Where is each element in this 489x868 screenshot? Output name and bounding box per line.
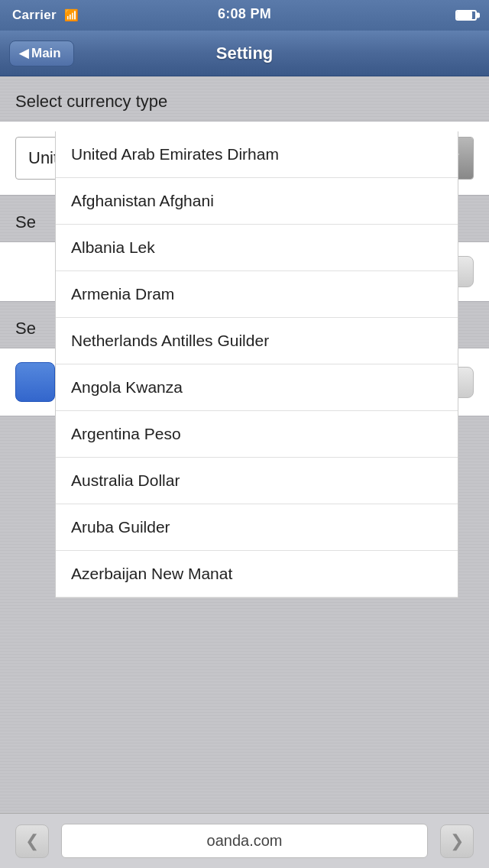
list-item[interactable]: Aruba Guilder (56, 504, 458, 551)
dropdown-list: United Arab Emirates Dirham Afghanistan … (55, 131, 458, 598)
nav-bar: ◀ Main Setting (0, 31, 489, 76)
list-item[interactable]: Argentina Peso (56, 411, 458, 458)
back-arrow-icon: ◀ (19, 46, 28, 60)
nav-right-arrow[interactable]: ❯ (440, 824, 474, 858)
list-item[interactable]: Azerbaijan New Manat (56, 551, 458, 598)
currency-section-label: Select currency type (0, 92, 489, 121)
back-button[interactable]: ◀ Main (9, 40, 74, 66)
list-item[interactable]: Afghanistan Afghani (56, 178, 458, 225)
right-chevron-icon: ❯ (450, 831, 464, 851)
carrier-label: Carrier (12, 8, 57, 23)
status-right (455, 10, 477, 21)
list-item[interactable]: Angola Kwanza (56, 364, 458, 411)
list-item[interactable]: Albania Lek (56, 225, 458, 271)
wifi-icon: 📶 (64, 8, 79, 22)
status-left: Carrier 📶 (12, 8, 79, 23)
battery-icon (455, 10, 477, 21)
nav-left-arrow[interactable]: ❮ (15, 824, 49, 858)
list-item[interactable]: Netherlands Antilles Guilder (56, 318, 458, 364)
url-input[interactable] (61, 824, 428, 858)
status-time: 6:08 PM (218, 6, 271, 22)
nav-title: Setting (216, 44, 274, 63)
list-item[interactable]: Armenia Dram (56, 271, 458, 318)
status-bar: Carrier 📶 6:08 PM (0, 0, 489, 31)
list-item[interactable]: United Arab Emirates Dirham (56, 131, 458, 178)
main-content: Select currency type United States Dolla… (0, 76, 489, 868)
list-item[interactable]: Australia Dollar (56, 458, 458, 504)
left-chevron-icon: ❮ (25, 831, 39, 851)
blue-toggle[interactable] (15, 362, 55, 402)
back-button-label: Main (31, 46, 61, 61)
bottom-nav: ❮ ❯ (0, 813, 489, 868)
